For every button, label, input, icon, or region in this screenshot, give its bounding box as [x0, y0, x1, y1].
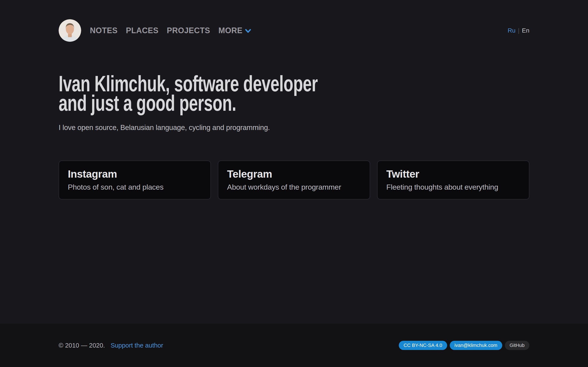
- card-description: Photos of son, cat and places: [68, 183, 202, 191]
- card-description: About workdays of the programmer: [227, 183, 361, 191]
- language-switcher: Ru | En: [508, 27, 529, 34]
- main-nav: NOTES PLACES PROJECTS MORE: [90, 26, 251, 35]
- portrait-photo-icon: [59, 19, 81, 42]
- card-title: Instagram: [68, 168, 202, 180]
- email-badge[interactable]: ivan@klimchuk.com: [450, 341, 502, 350]
- social-cards: Instagram Photos of son, cat and places …: [59, 161, 529, 200]
- chevron-down-icon: [245, 29, 251, 33]
- hero-subtitle: I love open source, Belarusian language,…: [59, 123, 529, 132]
- footer-badges: CC BY-NC-SA 4.0 ivan@klimchuk.com GitHub: [399, 341, 529, 350]
- nav-item-places[interactable]: PLACES: [126, 26, 159, 35]
- github-badge[interactable]: GitHub: [505, 341, 529, 350]
- hero: Ivan Klimchuk, software developer and ju…: [59, 74, 529, 132]
- nav-more-label: MORE: [218, 26, 242, 35]
- header: NOTES PLACES PROJECTS MORE Ru | En: [59, 0, 529, 42]
- nav-item-notes[interactable]: NOTES: [90, 26, 118, 35]
- title-line-2: and just a good person.: [59, 93, 398, 113]
- main-content: NOTES PLACES PROJECTS MORE Ru | En: [0, 0, 588, 324]
- card-instagram[interactable]: Instagram Photos of son, cat and places: [59, 161, 211, 200]
- page-title: Ivan Klimchuk, software developer and ju…: [59, 74, 529, 113]
- support-author-link[interactable]: Support the author: [111, 342, 163, 349]
- lang-en-current: En: [522, 27, 529, 34]
- card-telegram[interactable]: Telegram About workdays of the programme…: [218, 161, 370, 200]
- avatar[interactable]: [59, 19, 81, 42]
- lang-divider: |: [518, 27, 519, 34]
- copyright: © 2010 — 2020.: [59, 342, 105, 349]
- nav-item-projects[interactable]: PROJECTS: [167, 26, 210, 35]
- lang-ru-link[interactable]: Ru: [508, 27, 516, 34]
- license-badge[interactable]: CC BY-NC-SA 4.0: [399, 341, 447, 350]
- footer: © 2010 — 2020. Support the author CC BY-…: [0, 324, 588, 367]
- card-description: Fleeting thoughts about everything: [386, 183, 520, 191]
- card-title: Telegram: [227, 168, 361, 180]
- nav-item-more[interactable]: MORE: [218, 26, 251, 35]
- footer-left: © 2010 — 2020. Support the author: [59, 342, 163, 349]
- page: NOTES PLACES PROJECTS MORE Ru | En: [0, 0, 588, 367]
- card-twitter[interactable]: Twitter Fleeting thoughts about everythi…: [377, 161, 529, 200]
- card-title: Twitter: [386, 168, 520, 180]
